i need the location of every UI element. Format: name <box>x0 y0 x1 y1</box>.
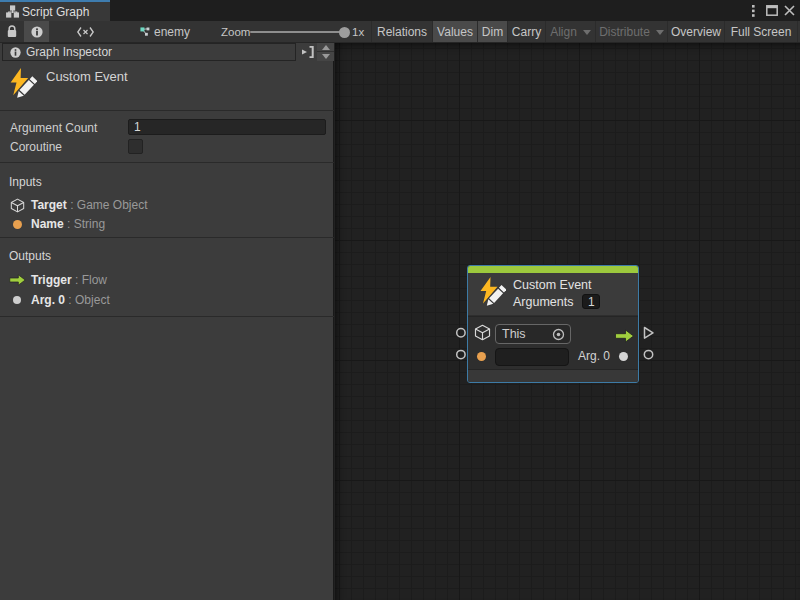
outputs-heading: Outputs <box>9 249 51 263</box>
this-field-value: This <box>502 327 526 341</box>
scroll-up-button[interactable] <box>317 43 334 52</box>
port-type-separator: : <box>64 217 74 231</box>
divider <box>0 237 334 238</box>
arrow-up-icon <box>322 45 330 50</box>
button-label: Carry <box>512 25 541 39</box>
maximize-icon[interactable] <box>765 2 778 20</box>
panel-scroll-spinner <box>317 43 334 61</box>
graph-reference[interactable]: enemy <box>140 21 190 42</box>
close-icon[interactable] <box>783 2 796 20</box>
graph-inspector-header[interactable]: Graph Inspector <box>2 43 296 61</box>
zoom-label: Zoom <box>221 21 250 42</box>
toolbar-button-distribute[interactable]: Distribute <box>595 21 667 42</box>
button-label: Relations <box>377 25 427 39</box>
script-graph-icon <box>6 5 19 18</box>
info-icon <box>10 47 21 58</box>
divider <box>0 110 334 111</box>
this-object-field[interactable]: This <box>495 324 571 344</box>
dropdown-arrow-icon <box>656 30 664 35</box>
node-title: Custom Event <box>513 278 592 292</box>
graph-asset-icon <box>140 25 150 38</box>
toolbar-button-align[interactable]: Align <box>545 21 595 42</box>
toolbar-button-carry[interactable]: Carry <box>507 21 545 42</box>
unity-script-graph-window: { "window": { "tab_label": "Script Graph… <box>0 0 800 600</box>
name-string-field[interactable] <box>495 348 569 366</box>
port-name: Target <box>31 198 67 212</box>
arg0-object-port-icon[interactable] <box>619 352 628 361</box>
port-name-and-type: Name : String <box>31 217 105 231</box>
port-name: Name <box>31 217 64 231</box>
custom-event-icon-large <box>8 68 37 101</box>
custom-event-icon <box>478 277 506 309</box>
button-label: Dim <box>482 25 503 39</box>
toolbar-button-relations[interactable]: Relations <box>371 21 432 42</box>
graph-canvas[interactable]: Custom Event Arguments 1 This <box>335 43 800 600</box>
flow-port-icon <box>8 271 26 289</box>
arguments-count-field[interactable]: 1 <box>582 294 600 309</box>
button-label: Distribute <box>599 25 650 39</box>
kebab-menu-icon[interactable] <box>747 2 760 20</box>
string-port-icon <box>8 215 26 233</box>
node-header[interactable]: Custom Event Arguments 1 <box>468 273 638 315</box>
tab-script-graph[interactable]: Script Graph <box>0 0 110 21</box>
cube-icon <box>8 196 26 214</box>
object-port-icon <box>8 291 26 309</box>
port-name-and-type: Arg. 0 : Object <box>31 293 110 307</box>
port-name: Arg. 0 <box>31 293 65 307</box>
external-port-this-icon <box>457 329 465 337</box>
port-type-name: Object <box>75 293 110 307</box>
toolbar-button-full-screen[interactable]: Full Screen <box>724 21 798 42</box>
button-label: Align <box>550 25 577 39</box>
inspector-unit-title: Custom Event <box>46 69 128 84</box>
toolbar-button-dim[interactable]: Dim <box>477 21 507 42</box>
divider <box>0 316 334 317</box>
input-row-target: Target : Game Object <box>0 196 334 214</box>
zoom-slider[interactable] <box>250 31 347 33</box>
object-picker-icon[interactable] <box>552 328 565 341</box>
port-name: Trigger <box>31 273 72 287</box>
scroll-down-button[interactable] <box>317 52 334 61</box>
info-icon <box>31 26 43 38</box>
dropdown-arrow-icon <box>583 30 591 35</box>
dock-panel-icon[interactable] <box>301 46 314 58</box>
window-buttons <box>747 0 800 21</box>
argument-count-field[interactable]: 1 <box>128 119 326 135</box>
tab-label: Script Graph <box>22 5 89 19</box>
inspector-toggle-button[interactable] <box>24 21 49 42</box>
node-input-row-this: This <box>468 317 638 344</box>
inputs-heading: Inputs <box>9 175 42 189</box>
arg0-label: Arg. 0 <box>578 349 610 363</box>
toolbar-button-values[interactable]: Values <box>432 21 477 42</box>
cube-icon <box>474 324 491 341</box>
code-icon <box>77 27 94 37</box>
divider <box>0 162 334 163</box>
port-type-name: String <box>74 217 105 231</box>
node-body: This Arg. 0 <box>468 316 638 369</box>
button-label: Overview <box>671 25 721 39</box>
port-type-separator: : <box>67 198 77 212</box>
port-type: : String <box>64 217 105 231</box>
argument-count-label: Argument Count <box>10 121 97 135</box>
output-row-trigger: Trigger : Flow <box>0 271 334 289</box>
port-type-name: Flow <box>82 273 107 287</box>
port-type: : Object <box>65 293 110 307</box>
trigger-flow-port-icon[interactable] <box>615 329 634 343</box>
external-port-arg0-icon <box>644 350 652 358</box>
graph-inspector-panel: Graph Inspector Custom Event Argument Co… <box>0 43 334 600</box>
port-name-and-type: Trigger : Flow <box>31 273 107 287</box>
lock-icon <box>6 25 18 38</box>
zoom-slider-knob[interactable] <box>339 27 350 38</box>
external-port-trigger-icon <box>645 328 654 339</box>
code-preview-button[interactable] <box>66 21 104 42</box>
graph-name-label: enemy <box>154 25 190 39</box>
name-string-port-icon[interactable] <box>477 352 486 361</box>
coroutine-label: Coroutine <box>10 140 62 154</box>
lock-button[interactable] <box>0 21 24 42</box>
button-label: Values <box>437 25 473 39</box>
node-footer <box>468 369 638 382</box>
arguments-label: Arguments <box>513 295 573 309</box>
coroutine-checkbox[interactable] <box>128 139 143 154</box>
toolbar-button-overview[interactable]: Overview <box>667 21 724 42</box>
custom-event-node[interactable]: Custom Event Arguments 1 This <box>467 265 639 383</box>
port-type-separator: : <box>72 273 82 287</box>
